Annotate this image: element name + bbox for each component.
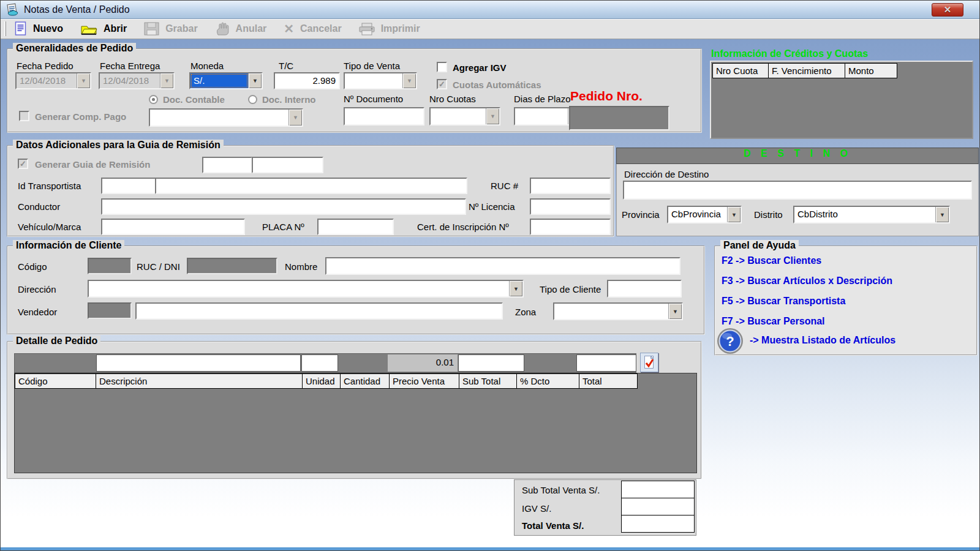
generar-guia-checkbox: ✓ [18, 159, 28, 169]
detalle-header-descripcion[interactable]: Descripción [96, 373, 303, 389]
licencia-input[interactable] [530, 198, 611, 215]
cancelar-label: Cancelar [300, 23, 350, 34]
total-venta-label: Total Venta S/. [522, 520, 584, 531]
chevron-down-icon[interactable]: ▼ [509, 281, 522, 296]
entry-precio-venta-field[interactable]: 0.01 [388, 354, 458, 372]
chevron-down-icon[interactable]: ▼ [160, 73, 173, 88]
detalle-table: Código Descripción Unidad Cantidad Preci… [14, 373, 697, 473]
guia-serie-input[interactable] [202, 157, 252, 173]
tipo-venta-select[interactable]: ▼ [344, 72, 417, 89]
ayuda-listado-label[interactable]: -> Muestra Listado de Artículos [750, 335, 895, 346]
moneda-value: S/. [190, 73, 248, 88]
moneda-select[interactable]: S/. ▼ [189, 72, 263, 89]
entry-unidad-input[interactable] [301, 354, 338, 372]
help-icon[interactable]: ? [717, 328, 744, 354]
zona-select[interactable]: ▼ [553, 302, 683, 320]
detalle-header-codigo[interactable]: Código [15, 373, 96, 389]
tipo-venta-label: Tipo de Venta [344, 61, 400, 71]
toolbar-grip [4, 21, 6, 36]
guia-group: Datos Adicionales para la Guia de Remisi… [7, 145, 614, 237]
detalle-header-cantidad[interactable]: Cantidad [340, 373, 390, 389]
close-button[interactable]: ✕ [932, 3, 963, 17]
nuevo-label: Nuevo [33, 23, 72, 34]
chevron-down-icon[interactable]: ▼ [935, 207, 949, 222]
sub-total-venta-box [621, 481, 695, 498]
chevron-down-icon[interactable]: ▼ [77, 73, 90, 88]
distrito-select[interactable]: CbDistrito ▼ [793, 206, 950, 223]
guia-title: Datos Adicionales para la Guia de Remisi… [13, 140, 224, 151]
chevron-down-icon[interactable]: ▼ [668, 304, 682, 319]
window-bottom-edge [1, 547, 979, 550]
entry-sub-total-input[interactable] [458, 354, 524, 372]
fecha-pedido-field[interactable]: 12/04/2018 ▼ [15, 72, 91, 89]
agregar-igv-label: Agregar IGV [453, 62, 507, 73]
ayuda-link-f7[interactable]: F7 -> Buscar Personal [722, 316, 825, 327]
detalle-title: Detalle de Pedido [13, 335, 100, 347]
ruc-dni-box [187, 258, 277, 274]
tc-input[interactable]: 2.989 [274, 72, 340, 89]
generar-comp-pago-label: Generar Comp. Pago [35, 111, 126, 122]
printer-icon [359, 22, 375, 36]
agregar-igv-checkbox[interactable] [437, 62, 447, 72]
detalle-header-total[interactable]: Total [579, 373, 638, 389]
cancelar-button: ✕ Cancelar [284, 23, 350, 35]
chevron-down-icon[interactable]: ▼ [402, 73, 416, 88]
conductor-input[interactable] [101, 198, 466, 215]
svg-text:?: ? [726, 334, 734, 349]
vehiculo-input[interactable] [101, 219, 245, 235]
vendedor-code-box [88, 302, 132, 319]
vendedor-name-input[interactable] [135, 302, 503, 320]
pedido-nro-box [569, 106, 669, 130]
app-window: Notas de Venta / Pedido ✕ Nuevo Abrir Gr… [0, 0, 980, 551]
ayuda-link-f2[interactable]: F2 -> Buscar Clientes [722, 255, 821, 266]
app-icon [6, 3, 19, 17]
distrito-label: Distrito [754, 209, 783, 220]
cert-inscripcion-input[interactable] [530, 219, 611, 235]
provincia-value: CbProvincia [668, 207, 727, 222]
id-transportista-code-input[interactable] [101, 178, 156, 194]
ayuda-title: Panel de Ayuda [720, 240, 799, 251]
generalidades-group: Generalidades de Pedido Fecha Pedido Fec… [7, 48, 702, 133]
entry-total-input[interactable] [576, 354, 636, 372]
direccion-destino-input[interactable] [623, 181, 972, 200]
conductor-label: Conductor [18, 201, 60, 212]
fecha-entrega-field[interactable]: 12/04/2018 ▼ [99, 72, 175, 89]
abrir-button[interactable]: Abrir [80, 22, 135, 36]
save-disk-icon [144, 22, 159, 36]
ayuda-link-f5[interactable]: F5 -> Buscar Transportista [722, 296, 845, 307]
dias-plazo-label: Dias de Plazo [514, 94, 571, 104]
nombre-input[interactable] [325, 257, 680, 275]
detalle-header-sub-total[interactable]: Sub Total [459, 373, 517, 389]
creditos-header-monto[interactable]: Monto [845, 63, 897, 78]
placa-input[interactable] [317, 219, 394, 235]
chevron-down-icon[interactable]: ▼ [727, 207, 741, 222]
chevron-down-icon[interactable]: ▼ [248, 73, 262, 88]
creditos-header-vencimiento[interactable]: F. Vencimiento [768, 63, 845, 78]
id-transportista-name-input[interactable] [155, 178, 467, 194]
doc-interno-label: Doc. Interno [262, 94, 316, 105]
ruc-input[interactable] [530, 178, 611, 194]
tipo-cliente-input[interactable] [607, 280, 682, 298]
detalle-group: Detalle de Pedido 0.01 Código Descripció… [7, 341, 702, 479]
direccion-destino-label: Dirección de Destino [624, 169, 709, 179]
cuotas-automaticas-checkbox: ✓ [437, 79, 447, 89]
creditos-header-nro-cuota[interactable]: Nro Cuota [712, 63, 769, 78]
provincia-select[interactable]: CbProvincia ▼ [667, 206, 742, 223]
total-venta-box [621, 515, 695, 533]
confirm-line-button[interactable] [640, 353, 658, 372]
generalidades-title: Generalidades de Pedido [13, 43, 136, 54]
ayuda-link-f3[interactable]: F3 -> Buscar Artículos x Descripción [722, 276, 892, 287]
new-document-icon [15, 21, 27, 36]
nro-cuotas-select: ▼ [429, 107, 500, 126]
guia-numero-input[interactable] [252, 157, 323, 173]
detalle-header-unidad[interactable]: Unidad [302, 373, 341, 389]
entry-descripcion-input[interactable] [96, 354, 301, 372]
detalle-header-precio-venta[interactable]: Precio Venta [389, 373, 459, 389]
nuevo-button[interactable]: Nuevo [15, 21, 72, 36]
detalle-header-dcto[interactable]: % Dcto [516, 373, 579, 389]
destino-header: D E S T I N O [616, 148, 979, 164]
cliente-group: Información de Cliente Código RUC / DNI … [7, 246, 705, 335]
nro-documento-input[interactable] [344, 107, 424, 126]
chevron-down-icon: ▼ [288, 110, 302, 126]
direccion-select[interactable]: ▼ [88, 280, 524, 298]
